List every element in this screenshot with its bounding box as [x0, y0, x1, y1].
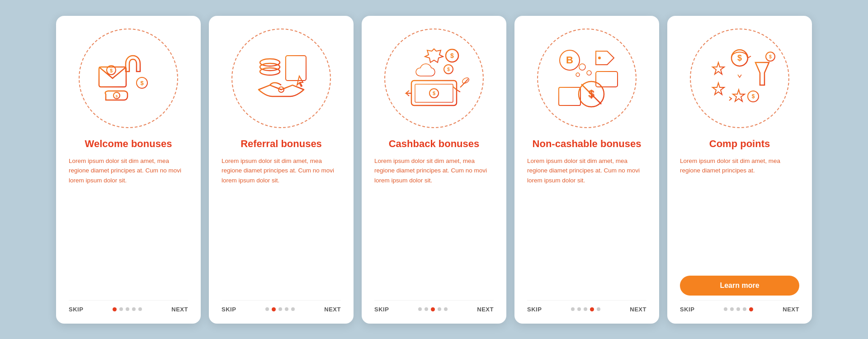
- comp-skip[interactable]: SKIP: [680, 306, 694, 313]
- dot-4: [590, 307, 594, 311]
- dot-2: [730, 307, 734, 311]
- referral-icon-circle: [231, 29, 331, 128]
- dot-5: [749, 307, 753, 311]
- noncashable-icon-circle: B $: [537, 29, 637, 128]
- noncashable-skip[interactable]: SKIP: [527, 306, 542, 313]
- welcome-illustration: $ $ $: [92, 42, 165, 115]
- noncashable-next[interactable]: NEXT: [630, 306, 646, 313]
- dot-3: [431, 307, 435, 311]
- dot-5: [444, 307, 448, 311]
- referral-title: Referral bonuses: [241, 138, 322, 150]
- svg-text:B: B: [566, 54, 573, 66]
- svg-text:$: $: [450, 52, 454, 59]
- dot-4: [285, 307, 288, 311]
- dot-2: [425, 307, 428, 311]
- svg-marker-50: [712, 83, 724, 95]
- referral-footer: SKIP NEXT: [222, 300, 341, 313]
- card-comp: $ $ $: [667, 16, 812, 324]
- comp-next[interactable]: NEXT: [783, 306, 799, 313]
- comp-dots: [724, 307, 753, 311]
- cashback-body: Lorem ipsum dolor sit dim amet, mea regi…: [374, 156, 494, 293]
- dot-1: [571, 307, 575, 311]
- noncashable-dots: [571, 307, 600, 311]
- dot-2: [119, 307, 123, 311]
- noncashable-footer: SKIP NEXT: [527, 300, 646, 313]
- welcome-next[interactable]: NEXT: [171, 306, 188, 313]
- cashback-skip[interactable]: SKIP: [374, 306, 389, 313]
- dot-3: [736, 307, 740, 311]
- welcome-icon-circle: $ $ $: [79, 29, 178, 128]
- svg-text:$: $: [752, 93, 755, 100]
- svg-text:$: $: [447, 67, 450, 72]
- dot-1: [418, 307, 422, 311]
- noncashable-illustration: B $: [551, 42, 623, 115]
- referral-skip[interactable]: SKIP: [222, 306, 236, 313]
- comp-footer: SKIP NEXT: [680, 300, 799, 313]
- comp-body: Lorem ipsum dolor sit dim amet, mea regi…: [680, 156, 799, 268]
- referral-next[interactable]: NEXT: [324, 306, 341, 313]
- svg-point-46: [579, 64, 585, 70]
- dot-2: [272, 307, 276, 311]
- dot-4: [438, 307, 441, 311]
- comp-icon-circle: $ $ $: [690, 29, 789, 128]
- svg-point-31: [462, 76, 470, 84]
- cashback-illustration: $ $ $: [398, 42, 470, 115]
- dot-1: [724, 307, 727, 311]
- dot-1: [265, 307, 269, 311]
- card-welcome: $ $ $ Welcome bonuses Lorem ipsum dolor …: [56, 16, 201, 324]
- svg-text:$: $: [116, 94, 118, 98]
- comp-illustration: $ $ $: [703, 42, 776, 115]
- svg-marker-49: [712, 62, 724, 74]
- card-cashback: $ $ $ Cashback: [362, 16, 506, 324]
- card-noncashable: B $: [514, 16, 659, 324]
- dot-5: [597, 307, 600, 311]
- cashback-title: Cashback bonuses: [389, 138, 480, 150]
- welcome-title: Welcome bonuses: [85, 138, 172, 150]
- noncashable-body: Lorem ipsum dolor sit dim amet, mea regi…: [527, 156, 646, 293]
- svg-text:$: $: [769, 54, 772, 59]
- svg-point-48: [576, 73, 580, 76]
- dot-4: [743, 307, 746, 311]
- dot-2: [577, 307, 581, 311]
- cashback-footer: SKIP NEXT: [374, 300, 494, 313]
- svg-text:$: $: [737, 53, 742, 62]
- svg-marker-58: [733, 90, 745, 101]
- cards-container: $ $ $ Welcome bonuses Lorem ipsum dolor …: [38, 2, 830, 337]
- learn-more-button[interactable]: Learn more: [680, 276, 799, 296]
- dot-1: [113, 307, 117, 311]
- welcome-body: Lorem ipsum dolor sit dim amet, mea regi…: [69, 156, 188, 293]
- referral-dots: [265, 307, 295, 311]
- svg-rect-17: [286, 56, 306, 81]
- dot-5: [138, 307, 142, 311]
- dot-3: [278, 307, 282, 311]
- referral-body: Lorem ipsum dolor sit dim amet, mea regi…: [222, 156, 341, 293]
- svg-point-14: [260, 68, 280, 75]
- svg-point-47: [587, 71, 591, 75]
- noncashable-title: Non-cashable bonuses: [533, 138, 642, 150]
- card-referral: Referral bonuses Lorem ipsum dolor sit d…: [209, 16, 354, 324]
- dot-3: [584, 307, 587, 311]
- svg-point-36: [598, 57, 601, 59]
- cashback-next[interactable]: NEXT: [477, 306, 494, 313]
- dot-4: [132, 307, 136, 311]
- cashback-icon-circle: $ $ $: [384, 29, 484, 128]
- dot-3: [126, 307, 129, 311]
- svg-rect-40: [559, 87, 580, 105]
- cashback-dots: [418, 307, 448, 311]
- welcome-skip[interactable]: SKIP: [69, 306, 83, 313]
- svg-text:$: $: [110, 68, 113, 73]
- welcome-footer: SKIP NEXT: [69, 300, 188, 313]
- svg-text:$: $: [433, 91, 435, 96]
- welcome-dots: [113, 307, 142, 311]
- svg-text:$: $: [140, 80, 144, 86]
- dot-5: [291, 307, 295, 311]
- comp-title: Comp points: [709, 138, 770, 150]
- svg-marker-53: [755, 62, 769, 85]
- referral-illustration: [245, 42, 317, 115]
